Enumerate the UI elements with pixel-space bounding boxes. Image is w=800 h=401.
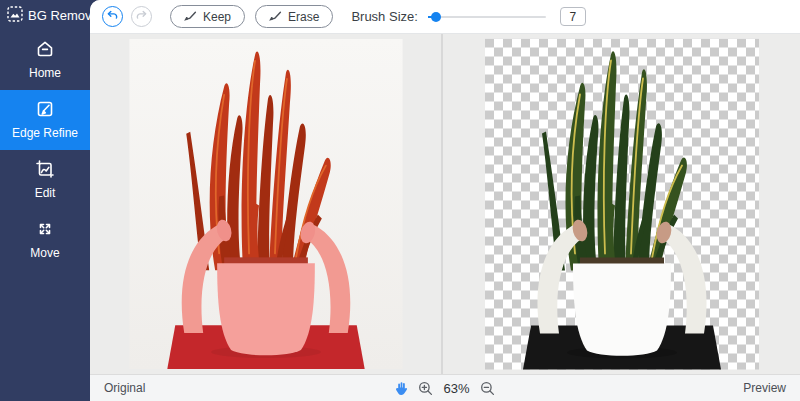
zoom-out-icon[interactable] [480,381,495,396]
erase-button[interactable]: Erase [255,5,333,28]
slider-handle[interactable] [431,12,441,22]
pan-hand-icon[interactable] [395,381,408,396]
result-image [485,38,759,370]
edge-refine-icon [34,98,56,120]
original-canvas[interactable] [90,34,443,374]
sidebar-item-edge-refine[interactable]: Edge Refine [0,90,90,150]
brush-size-slider[interactable] [428,10,546,24]
original-label: Original [104,381,395,395]
brush-icon [269,9,283,25]
sidebar-nav: Home Edge Refine [0,30,90,270]
sidebar-item-label: Move [30,246,59,260]
undo-button[interactable] [102,6,123,27]
sidebar-item-move[interactable]: Move [0,210,90,270]
home-icon [34,38,56,60]
main-area: Keep Erase Brush Size: 7 [90,0,800,401]
brush-icon [184,9,198,25]
editor-canvas [90,34,800,374]
move-arrows-icon [34,218,56,240]
bg-remover-logo-icon [7,6,23,25]
statusbar: Original 63% [90,374,800,401]
zoom-level: 63% [443,381,469,396]
zoom-in-icon[interactable] [418,381,433,396]
sidebar-item-label: Edit [35,186,56,200]
result-canvas [443,34,800,374]
original-image[interactable] [129,39,403,369]
app-logo: BG Remover [0,0,90,30]
undo-icon [106,9,119,25]
bg-remover-app: BG Remover Home [0,0,800,401]
sidebar-item-label: Home [29,66,61,80]
sidebar-item-label: Edge Refine [12,126,78,140]
toolbar: Keep Erase Brush Size: 7 [90,0,800,34]
sidebar-item-edit[interactable]: Edit [0,150,90,210]
sidebar: BG Remover Home [0,0,90,401]
preview-label: Preview [495,381,786,395]
keep-button[interactable]: Keep [170,5,245,28]
erase-button-label: Erase [288,10,319,24]
keep-button-label: Keep [203,10,231,24]
edit-image-icon [34,158,56,180]
app-title: BG Remover [28,8,90,23]
slider-track[interactable] [428,16,546,18]
redo-icon [135,9,148,25]
brush-size-label: Brush Size: [351,9,417,24]
zoom-controls: 63% [395,381,494,396]
sidebar-item-home[interactable]: Home [0,30,90,90]
redo-button[interactable] [131,6,152,27]
brush-size-value[interactable]: 7 [560,7,586,26]
